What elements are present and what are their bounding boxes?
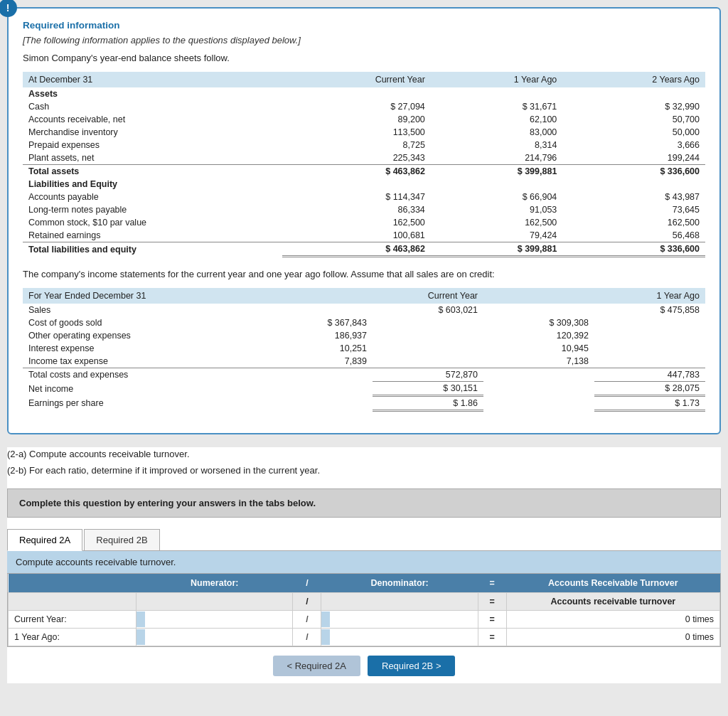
table-row: Retained earnings 100,681 79,424 56,468 bbox=[23, 229, 705, 242]
ar-col-result: Accounts Receivable Turnover bbox=[506, 574, 719, 593]
table-row: Accounts receivable, net 89,200 62,100 5… bbox=[23, 113, 705, 126]
ar-col-equals: = bbox=[478, 574, 506, 593]
table-row: Merchandise inventory 113,500 83,000 50,… bbox=[23, 126, 705, 139]
ar-ya-denominator-cell bbox=[321, 628, 478, 646]
bs-col-label: At December 31 bbox=[23, 72, 282, 87]
is-sales-row: Sales $ 603,021 $ 475,858 bbox=[23, 304, 705, 316]
main-info-box: ! Required information [The following in… bbox=[7, 7, 721, 434]
ar-ya-denominator-input[interactable] bbox=[330, 629, 477, 645]
ar-ya-result-value: 0 bbox=[685, 632, 690, 642]
tab-content-header: Compute accounts receivable turnover. bbox=[7, 551, 721, 573]
bs-assets-header: Assets bbox=[23, 87, 705, 100]
ar-cy-result-unit: times bbox=[692, 614, 714, 624]
prev-button[interactable]: < Required 2A bbox=[273, 656, 360, 676]
table-row: Income tax expense 7,839 7,138 bbox=[23, 355, 705, 368]
table-row: Common stock, $10 par value 162,500 162,… bbox=[23, 216, 705, 229]
ar-ya-result-unit: times bbox=[692, 632, 714, 642]
tab-required-2a[interactable]: Required 2A bbox=[7, 529, 82, 551]
ar-cy-result: 0 times bbox=[506, 610, 719, 628]
next-button[interactable]: Required 2B > bbox=[368, 656, 455, 676]
instruction-part-b: (2-b) For each ratio, determine if it im… bbox=[7, 464, 721, 479]
is-col-cy: Current Year bbox=[262, 288, 483, 304]
tab-required-2b[interactable]: Required 2B bbox=[84, 529, 159, 550]
nav-buttons: < Required 2A Required 2B > bbox=[7, 656, 721, 676]
bs-col-cy: Current Year bbox=[282, 72, 431, 87]
ar-ya-numerator-input[interactable] bbox=[145, 629, 292, 645]
ar-cy-result-value: 0 bbox=[685, 614, 690, 624]
ar-ya-result: 0 times bbox=[506, 628, 719, 646]
is-total-costs: Total costs and expenses 572,870 447,783 bbox=[23, 368, 705, 382]
instruction-part-a: (2-a) Compute accounts receivable turnov… bbox=[7, 447, 721, 462]
ar-year-ago-row: 1 Year Ago: / = bbox=[9, 628, 720, 646]
exclamation-badge: ! bbox=[0, 0, 17, 17]
bs-col-ya2: 2 Years Ago bbox=[562, 72, 705, 87]
table-row: Accounts payable $ 114,347 $ 66,904 $ 43… bbox=[23, 191, 705, 203]
is-net-income: Net income $ 30,151 $ 28,075 bbox=[23, 382, 705, 396]
complete-box-text: Complete this question by entering your … bbox=[19, 498, 316, 508]
table-row: Plant assets, net 225,343 214,796 199,24… bbox=[23, 151, 705, 165]
is-eps: Earnings per share $ 1.86 $ 1.73 bbox=[23, 396, 705, 411]
ar-col-numerator: Numerator: bbox=[136, 574, 293, 593]
income-intro: The company's income statements for the … bbox=[23, 269, 705, 279]
bs-col-ya1: 1 Year Ago bbox=[431, 72, 563, 87]
table-row: Prepaid expenses 8,725 8,314 3,666 bbox=[23, 139, 705, 151]
ar-header-data-row: / = Accounts receivable turnover bbox=[9, 592, 720, 610]
is-col-ya: 1 Year Ago bbox=[483, 288, 705, 304]
tabs-container: Required 2A Required 2B bbox=[7, 529, 721, 551]
table-row: Other operating expenses 186,937 120,392 bbox=[23, 329, 705, 342]
ar-ya-numerator-cell bbox=[136, 628, 293, 646]
required-info-title: Required information bbox=[23, 20, 705, 31]
section-intro: Simon Company's year-end balance sheets … bbox=[23, 53, 705, 63]
ar-ya-label: 1 Year Ago: bbox=[9, 628, 136, 646]
italic-description: [The following information applies to th… bbox=[23, 35, 705, 46]
cy-den-flag bbox=[321, 611, 330, 627]
ya-num-flag bbox=[136, 629, 145, 645]
balance-sheet-table: At December 31 Current Year 1 Year Ago 2… bbox=[23, 72, 705, 257]
ar-cy-numerator-cell bbox=[136, 610, 293, 628]
ar-cy-denominator-cell bbox=[321, 610, 478, 628]
ar-table-container: Numerator: / Denominator: = Accounts Rec… bbox=[7, 573, 721, 647]
complete-box: Complete this question by entering your … bbox=[7, 488, 721, 518]
table-row: Long-term notes payable 86,334 91,053 73… bbox=[23, 203, 705, 216]
ar-col-slash: / bbox=[293, 574, 321, 593]
cy-num-flag bbox=[136, 611, 145, 627]
is-col-label: For Year Ended December 31 bbox=[23, 288, 262, 304]
ar-ya-slash: / bbox=[293, 628, 321, 646]
ar-cy-equals: = bbox=[478, 610, 506, 628]
ar-cy-numerator-input[interactable] bbox=[145, 611, 292, 627]
ar-col-label bbox=[9, 574, 136, 593]
bs-total-assets: Total assets $ 463,862 $ 399,881 $ 336,6… bbox=[23, 165, 705, 178]
ar-turnover-table: Numerator: / Denominator: = Accounts Rec… bbox=[8, 574, 720, 646]
ya-den-flag bbox=[321, 629, 330, 645]
ar-cy-slash: / bbox=[293, 610, 321, 628]
ar-current-year-row: Current Year: / = bbox=[9, 610, 720, 628]
ar-cy-denominator-input[interactable] bbox=[330, 611, 477, 627]
table-row: Cost of goods sold $ 367,843 $ 309,308 bbox=[23, 316, 705, 329]
ar-ya-equals: = bbox=[478, 628, 506, 646]
income-stmt-table: For Year Ended December 31 Current Year … bbox=[23, 288, 705, 412]
bs-liabilities-header: Liabilities and Equity bbox=[23, 178, 705, 191]
ar-cy-label: Current Year: bbox=[9, 610, 136, 628]
table-row: Interest expense 10,251 10,945 bbox=[23, 342, 705, 355]
instructions-text: (2-a) Compute accounts receivable turnov… bbox=[7, 447, 721, 479]
ar-col-denominator: Denominator: bbox=[321, 574, 478, 593]
bottom-section: (2-a) Compute accounts receivable turnov… bbox=[7, 447, 721, 683]
table-row: Cash $ 27,094 $ 31,671 $ 32,990 bbox=[23, 100, 705, 113]
bs-total-liabilities: Total liabilities and equity $ 463,862 $… bbox=[23, 242, 705, 257]
